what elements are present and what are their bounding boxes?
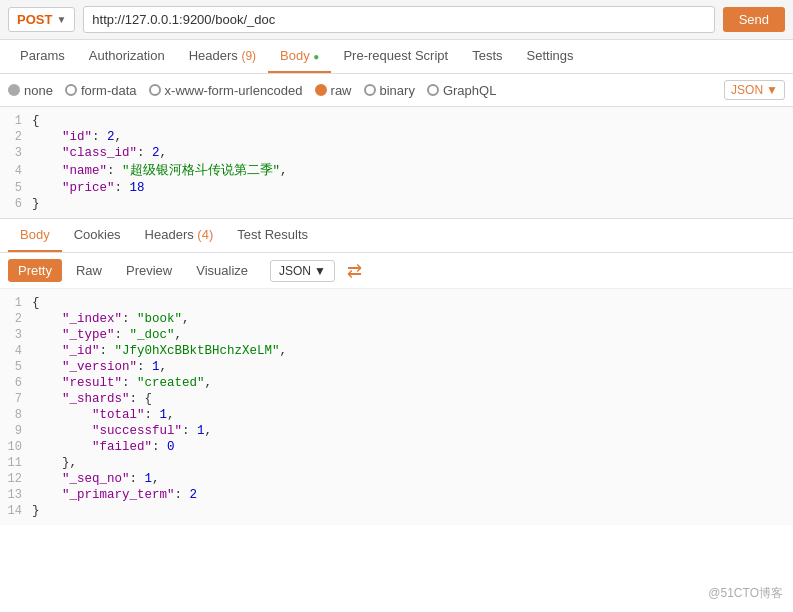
- resp-tab-cookies[interactable]: Cookies: [62, 219, 133, 252]
- radio-graphql: [427, 84, 439, 96]
- code-line: 3 "class_id": 2,: [0, 145, 793, 161]
- label-graphql: GraphQL: [443, 83, 496, 98]
- tab-settings[interactable]: Settings: [515, 40, 586, 73]
- resp-code-line: 4 "_id": "Jfy0hXcBBktBHchzXeLM",: [0, 343, 793, 359]
- resp-code-line: 2 "_index": "book",: [0, 311, 793, 327]
- resp-code-line: 8 "total": 1,: [0, 407, 793, 423]
- option-binary[interactable]: binary: [364, 83, 415, 98]
- resp-format-select[interactable]: JSON ▼: [270, 260, 335, 282]
- radio-none: [8, 84, 20, 96]
- subtab-visualize[interactable]: Visualize: [186, 259, 258, 282]
- option-graphql[interactable]: GraphQL: [427, 83, 496, 98]
- resp-tab-headers[interactable]: Headers (4): [133, 219, 226, 252]
- radio-raw: [315, 84, 327, 96]
- body-options-row: none form-data x-www-form-urlencoded raw…: [0, 74, 793, 107]
- resp-code-line: 3 "_type": "_doc",: [0, 327, 793, 343]
- tab-authorization[interactable]: Authorization: [77, 40, 177, 73]
- subtab-pretty[interactable]: Pretty: [8, 259, 62, 282]
- resp-subtabs-row: Pretty Raw Preview Visualize JSON ▼ ⇄: [0, 253, 793, 289]
- method-select[interactable]: POST ▼: [8, 7, 75, 32]
- radio-binary: [364, 84, 376, 96]
- format-arrow: ▼: [766, 83, 778, 97]
- tab-body[interactable]: Body ●: [268, 40, 331, 73]
- headers-badge: (9): [241, 49, 256, 63]
- resp-format-arrow: ▼: [314, 264, 326, 278]
- radio-urlencoded: [149, 84, 161, 96]
- option-form-data[interactable]: form-data: [65, 83, 137, 98]
- resp-headers-badge: (4): [197, 227, 213, 242]
- method-arrow: ▼: [56, 14, 66, 25]
- resp-code-line: 11 },: [0, 455, 793, 471]
- resp-code-line: 6 "result": "created",: [0, 375, 793, 391]
- code-line: 2 "id": 2,: [0, 129, 793, 145]
- wrap-button[interactable]: ⇄: [347, 260, 362, 282]
- tab-params[interactable]: Params: [8, 40, 77, 73]
- option-none[interactable]: none: [8, 83, 53, 98]
- resp-code-line: 1 {: [0, 295, 793, 311]
- resp-code-line: 9 "successful": 1,: [0, 423, 793, 439]
- label-binary: binary: [380, 83, 415, 98]
- tab-tests[interactable]: Tests: [460, 40, 514, 73]
- tab-prerequest[interactable]: Pre-request Script: [331, 40, 460, 73]
- subtab-raw[interactable]: Raw: [66, 259, 112, 282]
- label-urlencoded: x-www-form-urlencoded: [165, 83, 303, 98]
- resp-code-line: 10 "failed": 0: [0, 439, 793, 455]
- resp-format-label: JSON: [279, 264, 311, 278]
- label-form-data: form-data: [81, 83, 137, 98]
- label-raw: raw: [331, 83, 352, 98]
- method-label: POST: [17, 12, 52, 27]
- send-button[interactable]: Send: [723, 7, 785, 32]
- code-line: 5 "price": 18: [0, 180, 793, 196]
- resp-code-line: 13 "_primary_term": 2: [0, 487, 793, 503]
- response-code-editor: 1 { 2 "_index": "book", 3 "_type": "_doc…: [0, 289, 793, 525]
- request-code-editor: 1 { 2 "id": 2, 3 "class_id": 2, 4 "name"…: [0, 107, 793, 219]
- resp-tab-testresults[interactable]: Test Results: [225, 219, 320, 252]
- top-bar: POST ▼ Send: [0, 0, 793, 40]
- resp-code-line: 5 "_version": 1,: [0, 359, 793, 375]
- format-select[interactable]: JSON ▼: [724, 80, 785, 100]
- format-label: JSON: [731, 83, 763, 97]
- code-line: 1 {: [0, 113, 793, 129]
- code-line: 4 "name": "超级银河格斗传说第二季",: [0, 161, 793, 180]
- tab-headers[interactable]: Headers (9): [177, 40, 268, 73]
- subtab-preview[interactable]: Preview: [116, 259, 182, 282]
- url-input[interactable]: [83, 6, 714, 33]
- resp-tab-body[interactable]: Body: [8, 219, 62, 252]
- code-line: 6 }: [0, 196, 793, 212]
- main-tabs-row: Params Authorization Headers (9) Body ● …: [0, 40, 793, 74]
- option-urlencoded[interactable]: x-www-form-urlencoded: [149, 83, 303, 98]
- resp-code-line: 7 "_shards": {: [0, 391, 793, 407]
- radio-form-data: [65, 84, 77, 96]
- label-none: none: [24, 83, 53, 98]
- resp-code-line: 12 "_seq_no": 1,: [0, 471, 793, 487]
- resp-code-line: 14 }: [0, 503, 793, 519]
- response-tabs-row: Body Cookies Headers (4) Test Results: [0, 219, 793, 253]
- option-raw[interactable]: raw: [315, 83, 352, 98]
